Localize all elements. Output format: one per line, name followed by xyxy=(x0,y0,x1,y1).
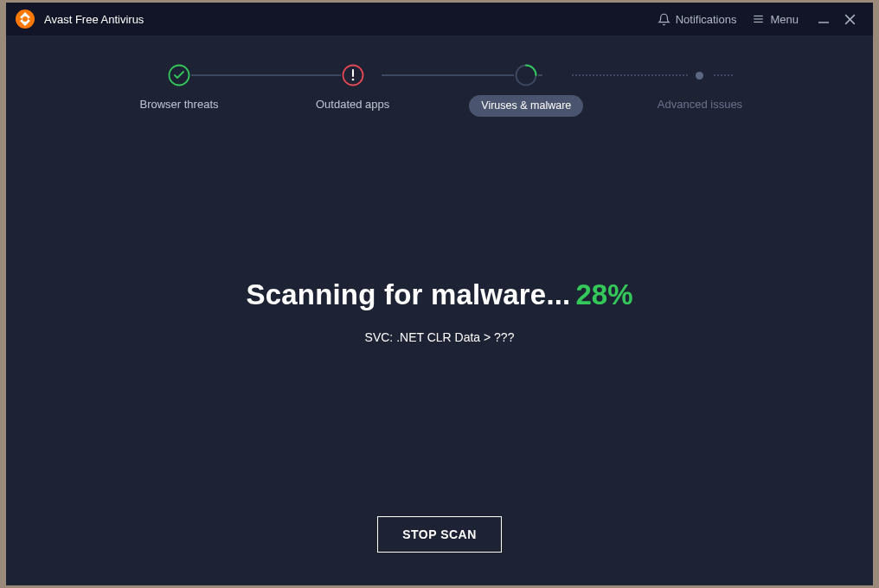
titlebar: Avast Free Antivirus Notifications Menu xyxy=(6,3,873,35)
footer: STOP SCAN xyxy=(6,516,873,585)
step-outdated-apps: Outdated apps xyxy=(284,63,422,111)
app-title: Avast Free Antivirus xyxy=(44,13,144,26)
notifications-label: Notifications xyxy=(676,13,737,26)
svg-point-1 xyxy=(22,16,28,22)
scan-progress-steps: Browser threats Outdated apps xyxy=(6,35,873,117)
app-window: Avast Free Antivirus Notifications Menu xyxy=(6,3,873,585)
bell-icon xyxy=(658,13,670,26)
step-browser-threats: Browser threats xyxy=(110,63,248,111)
close-button[interactable] xyxy=(837,7,863,31)
spinner-icon xyxy=(514,63,538,87)
notifications-button[interactable]: Notifications xyxy=(658,13,737,26)
minimize-button[interactable] xyxy=(811,7,837,31)
stop-scan-button[interactable]: STOP SCAN xyxy=(377,516,502,553)
step-advanced-issues: Advanced issues xyxy=(631,63,769,111)
scan-status: Scanning for malware... 28% SVC: .NET CL… xyxy=(6,117,873,516)
scan-percent: 28% xyxy=(575,278,632,311)
step-label: Outdated apps xyxy=(316,98,389,111)
step-viruses-malware: Viruses & malware xyxy=(457,63,595,117)
window-controls xyxy=(811,7,863,31)
avast-logo-icon xyxy=(15,9,35,29)
exclamation-icon xyxy=(341,63,365,87)
menu-label: Menu xyxy=(770,13,799,26)
hamburger-icon xyxy=(752,13,765,25)
menu-button[interactable]: Menu xyxy=(752,13,799,26)
step-label: Advanced issues xyxy=(658,98,742,111)
pending-dot-icon xyxy=(688,63,712,87)
scan-headline: Scanning for malware... 28% xyxy=(246,278,632,311)
scan-detail: SVC: .NET CLR Data > ??? xyxy=(365,330,515,344)
svg-point-11 xyxy=(351,79,354,81)
step-label: Browser threats xyxy=(139,98,218,111)
step-label-active: Viruses & malware xyxy=(469,95,583,117)
scan-headline-text: Scanning for malware... xyxy=(246,278,570,311)
checkmark-icon xyxy=(167,63,191,87)
